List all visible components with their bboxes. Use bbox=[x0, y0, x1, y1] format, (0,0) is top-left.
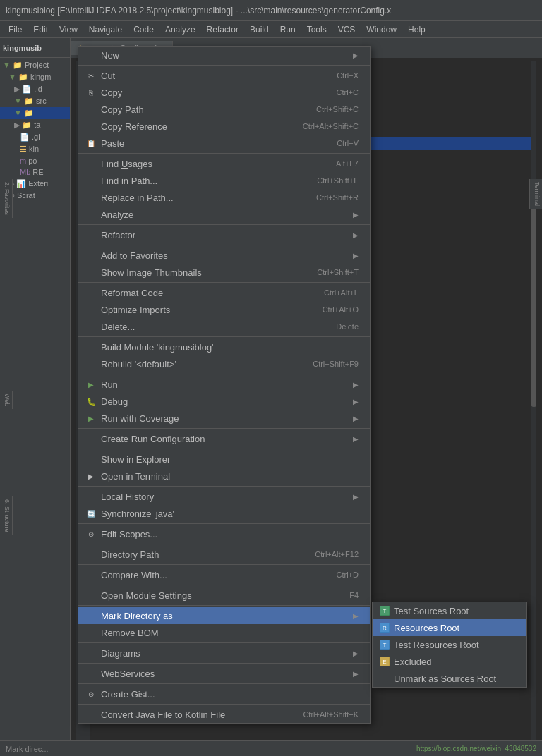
menu-analyze[interactable]: Analyze bbox=[159, 23, 201, 36]
ctx-create-config[interactable]: Create Run Configuration ▶ bbox=[78, 430, 370, 447]
copy-path-icon bbox=[85, 104, 97, 115]
cut-icon: ✂ bbox=[85, 70, 97, 81]
menu-vcs[interactable]: VCS bbox=[332, 23, 361, 36]
ctx-compare[interactable]: Compare With... Ctrl+D bbox=[78, 566, 370, 583]
ctx-module-settings[interactable]: Open Module Settings F4 bbox=[78, 587, 370, 604]
diagrams-arrow: ▶ bbox=[353, 650, 359, 657]
ctx-replace-path[interactable]: Replace in Path... Ctrl+Shift+R bbox=[78, 189, 370, 206]
menu-edit[interactable]: Edit bbox=[28, 23, 54, 36]
ctx-run-coverage[interactable]: ▶ Run with Coverage ▶ bbox=[78, 410, 370, 427]
menu-help[interactable]: Help bbox=[402, 23, 431, 36]
menu-tools[interactable]: Tools bbox=[301, 23, 332, 36]
tree-item-po[interactable]: m po bbox=[0, 155, 70, 166]
ctx-analyze[interactable]: Analyze ▶ bbox=[78, 206, 370, 223]
copy-icon: ⎘ bbox=[85, 87, 97, 98]
ctx-paste[interactable]: 📋 Paste Ctrl+V bbox=[78, 135, 370, 152]
favorites-icon bbox=[85, 250, 97, 261]
sub-test-sources-root[interactable]: T Test Sources Root bbox=[373, 602, 526, 619]
ctx-cut[interactable]: ✂ Cut Ctrl+X bbox=[78, 67, 370, 84]
ctx-copy-ref[interactable]: Copy Reference Ctrl+Alt+Shift+C bbox=[78, 118, 370, 135]
menu-window[interactable]: Window bbox=[361, 23, 402, 36]
ctx-remove-bom[interactable]: Remove BOM bbox=[78, 624, 370, 641]
tree-item-kingm[interactable]: ▼ 📁 kingm bbox=[0, 71, 70, 83]
ctx-mark-directory[interactable]: Mark Directory as ▶ bbox=[78, 607, 370, 624]
delete-icon bbox=[85, 321, 97, 332]
ctx-diagrams[interactable]: Diagrams ▶ bbox=[78, 645, 370, 662]
ctx-find-path[interactable]: Find in Path... Ctrl+Shift+F bbox=[78, 172, 370, 189]
sub-excluded[interactable]: E Excluded bbox=[373, 653, 526, 670]
menu-build[interactable]: Build bbox=[244, 23, 275, 36]
ctx-refactor[interactable]: Refactor ▶ bbox=[78, 226, 370, 243]
menu-navigate[interactable]: Navigate bbox=[83, 23, 128, 36]
resources-root-icon: R bbox=[380, 623, 390, 633]
explorer-icon bbox=[85, 453, 97, 465]
build-icon bbox=[85, 341, 97, 353]
sep-9 bbox=[78, 449, 370, 449]
tree-item-selected[interactable]: ▼ 📁 bbox=[0, 107, 70, 119]
ctx-optimize[interactable]: Optimize Imports Ctrl+Alt+O bbox=[78, 301, 370, 318]
ctx-delete[interactable]: Delete... Delete bbox=[78, 318, 370, 335]
coverage-arrow: ▶ bbox=[353, 415, 359, 422]
tree-item-ta[interactable]: ▶ 📁 ta bbox=[0, 119, 70, 131]
menu-run[interactable]: Run bbox=[275, 23, 301, 36]
ctx-convert-kotlin[interactable]: Convert Java File to Kotlin File Ctrl+Al… bbox=[78, 706, 370, 723]
ctx-rebuild[interactable]: Rebuild '<default>' Ctrl+Shift+F9 bbox=[78, 355, 370, 372]
ctx-reformat[interactable]: Reformat Code Ctrl+Alt+L bbox=[78, 284, 370, 301]
menu-file[interactable]: File bbox=[3, 23, 28, 36]
sub-unmark[interactable]: Unmark as Sources Root bbox=[373, 670, 526, 687]
menu-refactor[interactable]: Refactor bbox=[201, 23, 244, 36]
ctx-debug[interactable]: 🐛 Debug ▶ bbox=[78, 393, 370, 410]
remove-bom-icon bbox=[85, 627, 97, 638]
sub-test-resources-root[interactable]: T Test Resources Root bbox=[373, 636, 526, 653]
refactor-arrow: ▶ bbox=[353, 231, 359, 239]
run-arrow: ▶ bbox=[353, 381, 359, 389]
tree-item-re[interactable]: Mb RE bbox=[0, 166, 70, 178]
ctx-edit-scopes[interactable]: ⊙ Edit Scopes... bbox=[78, 525, 370, 542]
find-usages-icon bbox=[85, 158, 97, 169]
side-tab-right[interactable]: Terminal bbox=[529, 179, 542, 209]
excluded-icon: E bbox=[380, 657, 390, 666]
ctx-show-explorer[interactable]: Show in Explorer bbox=[78, 451, 370, 468]
scrollbar-thumb[interactable] bbox=[531, 199, 536, 407]
ctx-copy[interactable]: ⎘ Copy Ctrl+C bbox=[78, 84, 370, 101]
side-tab-favorites[interactable]: 2: Favorites bbox=[0, 179, 13, 218]
tree-item-kin[interactable]: ☰ kin bbox=[0, 143, 70, 155]
optimize-icon bbox=[85, 304, 97, 315]
ctx-show-image[interactable]: Show Image Thumbnails Ctrl+Shift+T bbox=[78, 264, 370, 281]
sub-resources-root[interactable]: R Resources Root bbox=[373, 619, 526, 636]
left-panel: kingmusib ▼ 📁 Project ▼ 📁 kingm ▶ 📄 .id … bbox=[0, 38, 71, 756]
sep-13 bbox=[78, 564, 370, 565]
find-path-icon bbox=[85, 175, 97, 186]
ctx-synchronize[interactable]: 🔄 Synchronize 'java' bbox=[78, 505, 370, 522]
ctx-build-module[interactable]: Build Module 'kingmusiblog' bbox=[78, 339, 370, 355]
mark-dir-icon bbox=[85, 610, 97, 621]
vertical-scrollbar[interactable] bbox=[531, 61, 536, 753]
ctx-find-usages[interactable]: Find Usages Alt+F7 bbox=[78, 155, 370, 172]
analyze-icon bbox=[85, 209, 97, 220]
replace-path-icon bbox=[85, 192, 97, 203]
refactor-icon bbox=[85, 229, 97, 240]
sep-1 bbox=[78, 65, 370, 66]
tree-item-project[interactable]: ▼ 📁 Project bbox=[0, 59, 70, 71]
ctx-webservices[interactable]: WebServices ▶ bbox=[78, 665, 370, 682]
sep-4 bbox=[78, 245, 370, 245]
sep-8 bbox=[78, 428, 370, 429]
menu-view[interactable]: View bbox=[54, 23, 83, 36]
tree-item-id[interactable]: ▶ 📄 .id bbox=[0, 83, 70, 95]
tree-item-src[interactable]: ▼ 📁 src bbox=[0, 95, 70, 107]
ctx-local-history[interactable]: Local History ▶ bbox=[78, 488, 370, 505]
side-tab-structure[interactable]: 6: Structure bbox=[0, 496, 13, 535]
dirpath-icon bbox=[85, 549, 97, 560]
ctx-new[interactable]: New ▶ bbox=[78, 47, 370, 63]
ctx-copy-path[interactable]: Copy Path Ctrl+Shift+C bbox=[78, 101, 370, 118]
ctx-favorites[interactable]: Add to Favorites ▶ bbox=[78, 247, 370, 264]
ctx-open-terminal[interactable]: ▶ Open in Terminal bbox=[78, 468, 370, 484]
ctx-directory-path[interactable]: Directory Path Ctrl+Alt+F12 bbox=[78, 546, 370, 563]
history-arrow: ▶ bbox=[353, 493, 359, 501]
tree-item-gi[interactable]: 📄 .gi bbox=[0, 131, 70, 143]
ctx-run[interactable]: ▶ Run ▶ bbox=[78, 376, 370, 393]
new-icon bbox=[85, 49, 97, 61]
ctx-create-gist[interactable]: ⊙ Create Gist... bbox=[78, 685, 370, 702]
menu-code[interactable]: Code bbox=[128, 23, 159, 36]
side-tab-web[interactable]: Web bbox=[0, 391, 13, 409]
